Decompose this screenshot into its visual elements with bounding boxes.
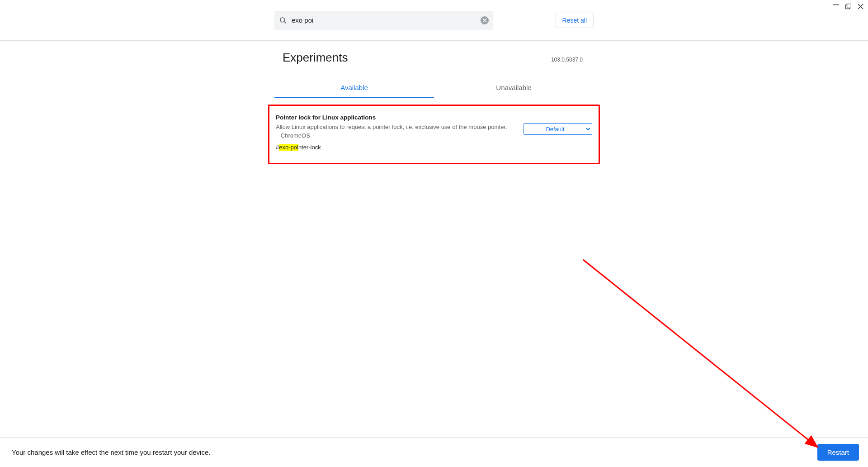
- flags-list: Pointer lock for Linux applications Allo…: [274, 105, 594, 164]
- tab-available[interactable]: Available: [274, 78, 434, 98]
- topbar-inner: Reset all: [274, 11, 594, 30]
- flag-description: Allow Linux applications to request a po…: [276, 123, 511, 140]
- search-input[interactable]: [292, 16, 481, 24]
- restart-button[interactable]: Restart: [817, 444, 859, 461]
- flag-anchor-highlight: exo-poi: [279, 144, 298, 151]
- svg-point-4: [280, 18, 285, 22]
- restart-bar: Your changes will take effect the next t…: [0, 437, 868, 467]
- flag-row: Pointer lock for Linux applications Allo…: [276, 114, 592, 151]
- flag-anchor-link[interactable]: #exo-pointer-lock: [276, 144, 321, 151]
- svg-line-5: [284, 21, 286, 23]
- tabs: Available Unavailable: [274, 78, 594, 98]
- version-label: 103.0.5037.0: [551, 57, 583, 63]
- page-title: Experiments: [283, 51, 348, 65]
- flag-anchor-rest: nter-lock: [298, 144, 321, 151]
- flag-text: Pointer lock for Linux applications Allo…: [276, 114, 511, 151]
- topbar: Reset all: [0, 0, 868, 41]
- reset-all-button[interactable]: Reset all: [556, 13, 594, 28]
- svg-line-9: [583, 260, 817, 447]
- search-box[interactable]: [274, 11, 493, 30]
- main-content: Experiments 103.0.5037.0 Available Unava…: [274, 41, 594, 164]
- search-icon: [279, 16, 287, 24]
- clear-search-icon[interactable]: [481, 16, 489, 24]
- flag-state-select[interactable]: Default: [524, 123, 592, 135]
- tab-unavailable[interactable]: Unavailable: [434, 78, 594, 98]
- heading-row: Experiments 103.0.5037.0: [274, 51, 594, 65]
- restart-message: Your changes will take effect the next t…: [12, 448, 210, 456]
- flag-title: Pointer lock for Linux applications: [276, 114, 511, 121]
- annotation-highlight-box: Pointer lock for Linux applications Allo…: [268, 105, 600, 164]
